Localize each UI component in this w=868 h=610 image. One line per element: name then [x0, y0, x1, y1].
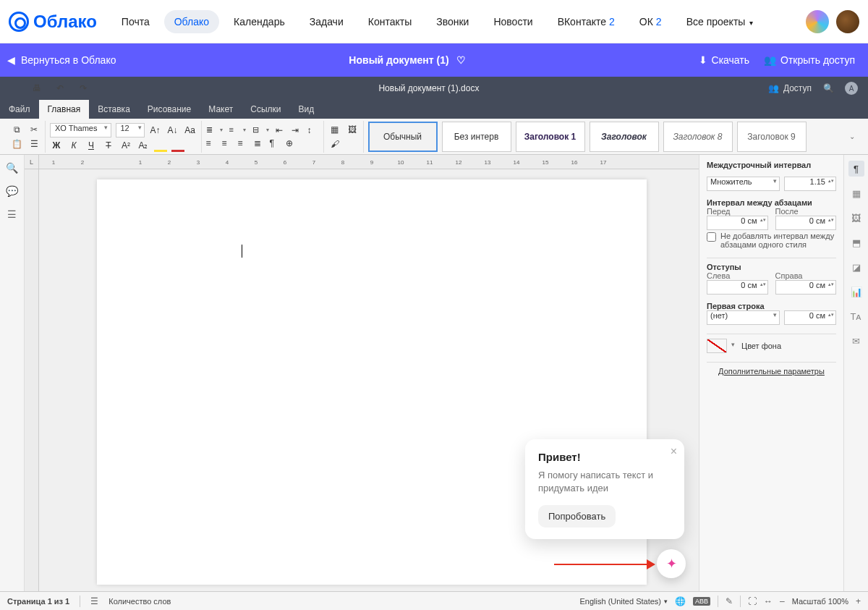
multilevel-list-icon[interactable]: ⊟: [252, 125, 264, 135]
nav-mail[interactable]: Почта: [111, 10, 160, 33]
align-justify-icon[interactable]: ≣: [254, 138, 265, 148]
copy-icon[interactable]: ⧉: [10, 124, 23, 135]
align-right-icon[interactable]: ≡: [238, 138, 250, 148]
nav-cloud[interactable]: Облако: [164, 10, 219, 33]
comments-icon[interactable]: 💬: [6, 185, 18, 197]
style-heading8[interactable]: Заголовок 8: [663, 122, 733, 152]
style-normal[interactable]: Обычный: [368, 122, 438, 152]
vertical-ruler[interactable]: [25, 169, 39, 591]
change-case-icon[interactable]: Aa: [184, 125, 197, 135]
insert-table-icon[interactable]: ▦: [328, 124, 341, 135]
shape-panel-icon[interactable]: ◪: [848, 259, 864, 275]
font-size-select[interactable]: 12: [116, 123, 145, 137]
style-no-spacing[interactable]: Без интерв: [442, 122, 511, 152]
undo-icon[interactable]: ↶: [54, 82, 67, 94]
user-badge[interactable]: A: [845, 82, 858, 95]
nav-news[interactable]: Новости: [483, 10, 542, 33]
italic-button[interactable]: К: [67, 140, 80, 151]
style-heading1[interactable]: Заголовок 1: [516, 122, 585, 152]
nav-calendar[interactable]: Календарь: [224, 10, 295, 33]
chart-panel-icon[interactable]: 📊: [848, 284, 864, 300]
format-painter-icon[interactable]: 🖌: [328, 138, 341, 150]
zoom-out-icon[interactable]: –: [780, 596, 785, 606]
spellcheck-icon[interactable]: ABB: [693, 597, 710, 606]
select-all-icon[interactable]: ☰: [27, 138, 41, 150]
print-icon[interactable]: 🖶: [30, 82, 43, 94]
wordcount-icon[interactable]: ☰: [90, 596, 98, 606]
font-shrink-icon[interactable]: A↓: [166, 125, 179, 135]
tab-insert[interactable]: Вставка: [89, 100, 139, 119]
firstline-value[interactable]: 0 см: [784, 310, 836, 325]
ai-try-button[interactable]: Попробовать: [538, 505, 616, 528]
close-icon[interactable]: ×: [671, 445, 677, 458]
nav-contacts[interactable]: Контакты: [358, 10, 422, 33]
tab-layout[interactable]: Макет: [200, 100, 242, 119]
fit-width-icon[interactable]: ↔: [764, 596, 773, 606]
tab-draw[interactable]: Рисование: [139, 100, 200, 119]
number-list-icon[interactable]: ≡: [229, 125, 241, 135]
find-icon[interactable]: 🔍: [6, 162, 18, 174]
spacing-before-input[interactable]: 0 см: [707, 216, 768, 230]
line-spacing-mode[interactable]: Множитель: [707, 177, 780, 191]
access-button[interactable]: 👥Доступ: [768, 83, 812, 93]
tab-file[interactable]: Файл: [0, 100, 39, 119]
fit-page-icon[interactable]: ⛶: [748, 596, 757, 606]
superscript-button[interactable]: A²: [119, 140, 132, 151]
spacing-after-input[interactable]: 0 см: [775, 216, 837, 230]
page-status[interactable]: Страница 1 из 1: [7, 597, 69, 606]
outdent-icon[interactable]: ⇤: [276, 125, 287, 135]
globe-icon[interactable]: 🌐: [675, 596, 686, 606]
line-spacing-icon[interactable]: ↕: [307, 125, 319, 135]
no-add-spacing-check[interactable]: Не добавлять интервал между абзацами одн…: [707, 232, 836, 249]
heart-outline-icon[interactable]: ♡: [456, 54, 466, 66]
bullet-list-icon[interactable]: ≣: [206, 125, 218, 135]
style-heading9[interactable]: Заголовок 9: [737, 122, 807, 152]
zoom-in-icon[interactable]: +: [856, 596, 861, 606]
nav-tasks[interactable]: Задачи: [299, 10, 354, 33]
cut-icon[interactable]: ✂: [27, 124, 41, 135]
share-button[interactable]: 👥Открыть доступ: [764, 54, 855, 66]
align-left-icon[interactable]: ≡: [206, 138, 218, 148]
underline-button[interactable]: Ч: [85, 140, 98, 151]
ribbon-collapse-icon[interactable]: ⌄: [842, 132, 862, 140]
indent-icon[interactable]: ⇥: [292, 125, 303, 135]
table-panel-icon[interactable]: ▦: [848, 185, 864, 201]
word-count[interactable]: Количество слов: [109, 597, 171, 606]
font-color[interactable]: [171, 140, 184, 151]
firstline-select[interactable]: (нет): [707, 310, 780, 325]
mail-merge-icon[interactable]: ✉: [848, 333, 864, 349]
horizontal-ruler[interactable]: 121234567891011121314151617: [39, 155, 699, 169]
font-family-select[interactable]: XO Thames: [50, 123, 111, 137]
tab-view[interactable]: Вид: [289, 100, 323, 119]
nav-vk[interactable]: ВКонтакте2: [548, 10, 625, 33]
style-heading[interactable]: Заголовок: [590, 122, 659, 152]
language-select[interactable]: English (United States)▾: [580, 597, 668, 606]
nav-calls[interactable]: Звонки: [426, 10, 479, 33]
textart-panel-icon[interactable]: Tᴀ: [848, 308, 864, 324]
nav-ok[interactable]: ОК2: [629, 10, 672, 33]
highlight-color[interactable]: [154, 140, 167, 151]
header-panel-icon[interactable]: ⬒: [848, 234, 864, 250]
tab-home[interactable]: Главная: [39, 100, 90, 119]
track-changes-icon[interactable]: ✎: [726, 596, 733, 606]
avatar-theme[interactable]: [806, 10, 829, 33]
subscript-button[interactable]: A₂: [137, 140, 150, 151]
more-params-link[interactable]: Дополнительные параметры: [718, 367, 825, 376]
nav-all-projects[interactable]: Все проекты▾: [676, 10, 764, 33]
tab-references[interactable]: Ссылки: [242, 100, 289, 119]
search-icon[interactable]: 🔍: [822, 82, 835, 94]
strike-button[interactable]: Т: [102, 140, 115, 151]
avatar-user[interactable]: [836, 10, 859, 33]
zoom-level[interactable]: Масштаб 100%: [792, 597, 848, 606]
image-panel-icon[interactable]: 🖼: [848, 210, 864, 226]
doc-title[interactable]: Новый документ (1): [349, 54, 448, 66]
redo-icon[interactable]: ↷: [77, 82, 90, 94]
brand-logo[interactable]: Облако: [9, 12, 97, 32]
paste-icon[interactable]: 📋: [10, 138, 23, 150]
back-to-cloud[interactable]: ◀ Вернуться в Облако: [7, 54, 116, 66]
indent-right-input[interactable]: 0 см: [775, 280, 837, 295]
line-spacing-value[interactable]: 1.15: [784, 177, 836, 191]
font-grow-icon[interactable]: A↑: [149, 125, 162, 135]
insert-image-icon[interactable]: 🖼: [346, 124, 359, 135]
no-add-spacing-checkbox[interactable]: [707, 232, 716, 242]
